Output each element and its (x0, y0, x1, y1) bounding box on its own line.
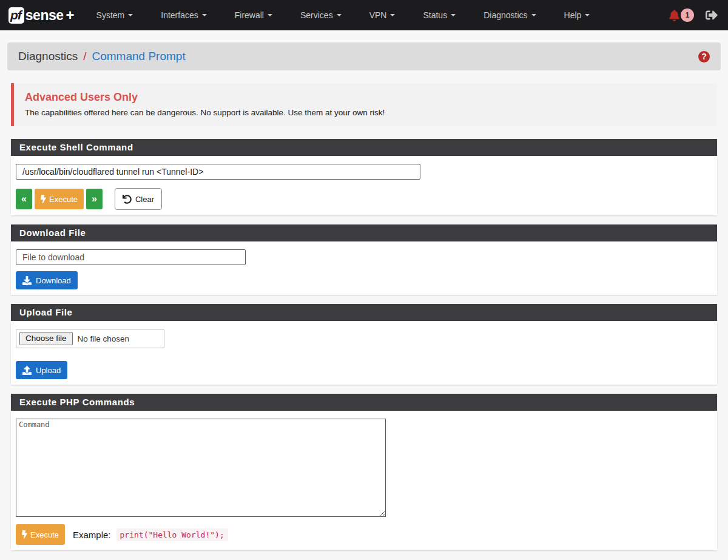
nav-item-status[interactable]: Status (423, 10, 456, 20)
download-icon (22, 276, 32, 285)
chevron-down-icon (337, 14, 342, 16)
navbar-right: 1 (669, 8, 718, 22)
nav-item-label: Status (423, 10, 447, 20)
notifications-button[interactable]: 1 (669, 8, 694, 22)
execute-button-label: Execute (30, 530, 59, 539)
nav-item-help[interactable]: Help (564, 10, 590, 20)
nav-item-system[interactable]: System (96, 10, 133, 20)
nav-item-label: Diagnostics (484, 10, 527, 20)
recall-next-command-button[interactable]: » (86, 189, 103, 209)
nav-item-label: Services (300, 10, 333, 20)
execute-shell-button[interactable]: Execute (35, 189, 84, 209)
logo-sense-text: sense (25, 7, 64, 24)
panel-title: Execute PHP Commands (11, 394, 717, 411)
execute-button-label: Execute (49, 195, 78, 204)
nav-menu: System Interfaces Firewall Services VPN … (96, 10, 669, 20)
nav-item-label: System (96, 10, 125, 20)
logo-plus-sign: + (66, 7, 75, 24)
clear-button[interactable]: Clear (115, 188, 162, 210)
execute-php-button[interactable]: Execute (16, 524, 65, 545)
advanced-users-alert: Advanced Users Only The capabilities off… (11, 83, 717, 126)
shell-command-input[interactable] (16, 164, 420, 180)
chevron-down-icon (531, 14, 536, 16)
download-file-input[interactable] (16, 249, 246, 265)
alert-body: The capabilities offered here can be dan… (25, 108, 706, 117)
chevron-down-icon (202, 14, 207, 16)
choose-file-button[interactable]: Choose file (19, 332, 73, 345)
bolt-icon (41, 195, 46, 203)
example-code-snippet: print("Hello World!"); (116, 528, 228, 541)
bell-icon (669, 10, 679, 21)
sign-out-icon[interactable] (705, 9, 718, 21)
nav-item-interfaces[interactable]: Interfaces (161, 10, 206, 20)
upload-icon (22, 366, 32, 375)
nav-item-label: VPN (369, 10, 387, 20)
breadcrumb-page-link[interactable]: Command Prompt (92, 50, 186, 63)
chevron-down-icon (128, 14, 133, 16)
top-navbar: pfsense+ System Interfaces Firewall Serv… (0, 0, 728, 30)
chevron-down-icon (451, 14, 456, 16)
download-button[interactable]: Download (16, 271, 78, 289)
recall-previous-command-button[interactable]: « (16, 189, 32, 209)
download-file-panel: Download File Download (11, 224, 717, 295)
nav-item-label: Interfaces (161, 10, 198, 20)
panel-title: Upload File (11, 304, 717, 321)
nav-item-diagnostics[interactable]: Diagnostics (484, 10, 536, 20)
nav-item-firewall[interactable]: Firewall (235, 10, 272, 20)
alert-title: Advanced Users Only (25, 91, 706, 104)
panel-title: Download File (11, 224, 717, 241)
upload-button[interactable]: Upload (16, 361, 67, 379)
chevron-down-icon (585, 14, 590, 16)
bolt-icon (22, 530, 27, 539)
breadcrumb: Diagnostics / Command Prompt ? (7, 42, 721, 70)
chevron-down-icon (268, 14, 272, 16)
php-command-textarea[interactable] (16, 419, 386, 517)
nav-item-vpn[interactable]: VPN (369, 10, 396, 20)
execute-php-commands-panel: Execute PHP Commands Execute Example: pr… (11, 394, 717, 550)
download-button-label: Download (36, 276, 71, 285)
example-label: Example: (73, 530, 111, 540)
breadcrumb-separator: / (83, 50, 86, 63)
clear-button-label: Clear (135, 195, 154, 204)
upload-file-panel: Upload File Choose file No file chosen U… (11, 304, 717, 385)
help-icon[interactable]: ? (698, 51, 710, 62)
undo-icon (123, 195, 132, 204)
execute-shell-command-panel: Execute Shell Command « Execute » Clear (11, 139, 717, 215)
upload-file-picker[interactable]: Choose file No file chosen (16, 329, 164, 348)
nav-item-label: Help (564, 10, 582, 20)
logo-pf-badge: pf (8, 7, 24, 24)
double-chevron-right-icon: » (92, 194, 97, 204)
nav-item-services[interactable]: Services (300, 10, 342, 20)
double-chevron-left-icon: « (21, 194, 27, 204)
pfsense-logo[interactable]: pfsense+ (8, 7, 75, 24)
nav-item-label: Firewall (235, 10, 264, 20)
no-file-chosen-text: No file chosen (78, 334, 130, 343)
chevron-down-icon (390, 14, 395, 16)
notification-count-badge: 1 (681, 8, 694, 22)
breadcrumb-section: Diagnostics (18, 50, 78, 63)
panel-title: Execute Shell Command (11, 139, 717, 156)
upload-button-label: Upload (36, 366, 61, 375)
